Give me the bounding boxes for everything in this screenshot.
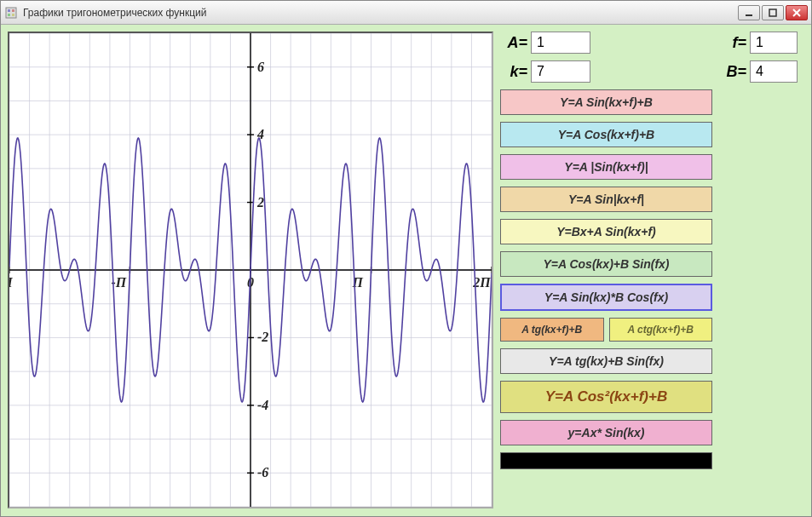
param-input-b[interactable] <box>750 60 798 83</box>
minimize-button[interactable] <box>738 5 760 20</box>
svg-text:-2П: -2П <box>9 275 13 290</box>
svg-text:6: 6 <box>257 60 264 74</box>
param-input-a[interactable] <box>531 32 590 54</box>
app-window: Графики тригонометрических функций -6-4-… <box>0 0 812 517</box>
close-button[interactable] <box>786 5 808 20</box>
func-sin-b-cos-button[interactable]: Y=A Sin(kx)*B Cos(fx) <box>500 284 712 311</box>
tg-ctg-row: A tg(kx+f)+B A ctg(kx+f)+B <box>500 318 712 342</box>
func-cos-button[interactable]: Y=A Cos(kx+f)+B <box>500 122 712 147</box>
window-title: Графики тригонометрических функций <box>23 7 736 19</box>
func-black-button[interactable] <box>500 452 712 469</box>
param-input-k[interactable] <box>531 60 590 83</box>
func-cos-b-sin-button[interactable]: Y=A Cos(kx)+B Sin(fx) <box>500 251 712 277</box>
svg-rect-1 <box>8 9 10 12</box>
func-bx-a-sin-button[interactable]: Y=Bx+A Sin(kx+f) <box>500 219 712 244</box>
func-tg-button[interactable]: A tg(kx+f)+B <box>500 318 604 342</box>
app-icon <box>4 6 18 20</box>
func-tg-b-sin-button[interactable]: Y=A tg(kx)+B Sin(fx) <box>500 348 712 374</box>
func-sin-button[interactable]: Y=A Sin(kx+f)+B <box>500 89 712 115</box>
param-row-b: B= <box>719 60 804 83</box>
param-row-f: f= <box>719 32 804 54</box>
svg-rect-4 <box>12 14 14 16</box>
svg-text:-6: -6 <box>257 465 268 480</box>
func-abs-sin-button[interactable]: Y=A |Sin(kx+f)| <box>500 154 712 180</box>
param-label-k: k= <box>500 63 527 81</box>
func-ctg-button[interactable]: A ctg(kx+f)+B <box>609 318 713 342</box>
func-cos2-button[interactable]: Y=A Cos²(kx+f)+B <box>500 381 712 413</box>
param-input-f[interactable] <box>750 32 798 54</box>
window-controls <box>736 5 808 20</box>
svg-rect-0 <box>6 8 16 18</box>
param-label-f: f= <box>719 34 746 52</box>
plot-svg: -6-4-2246-2П-П0П2П <box>9 33 492 507</box>
param-row-a: A= <box>500 32 712 54</box>
svg-text:-4: -4 <box>257 398 268 412</box>
content-area: -6-4-2246-2П-П0П2П A= k= Y=A Sin(kx+f)+B… <box>1 25 811 516</box>
param-label-a: A= <box>500 34 527 52</box>
svg-rect-3 <box>8 14 10 16</box>
svg-rect-6 <box>769 9 776 16</box>
svg-text:2: 2 <box>256 195 264 210</box>
param-row-k: k= <box>500 60 712 83</box>
svg-text:П: П <box>352 275 364 290</box>
func-sin-abs-button[interactable]: Y=A Sin|kx+f| <box>500 187 712 212</box>
svg-text:-2: -2 <box>257 330 268 344</box>
maximize-button[interactable] <box>762 5 784 20</box>
right-params-column: f= B= <box>719 32 804 509</box>
func-ax-sin-button[interactable]: y=Ax* Sin(kx) <box>500 420 712 445</box>
chart-canvas: -6-4-2246-2П-П0П2П <box>8 32 493 508</box>
main-controls-column: A= k= Y=A Sin(kx+f)+B Y=A Cos(kx+f)+B Y=… <box>500 32 712 509</box>
svg-rect-2 <box>12 9 14 12</box>
param-label-b: B= <box>719 63 746 81</box>
controls-panel: A= k= Y=A Sin(kx+f)+B Y=A Cos(kx+f)+B Y=… <box>500 32 804 509</box>
titlebar[interactable]: Графики тригонометрических функций <box>1 1 811 25</box>
